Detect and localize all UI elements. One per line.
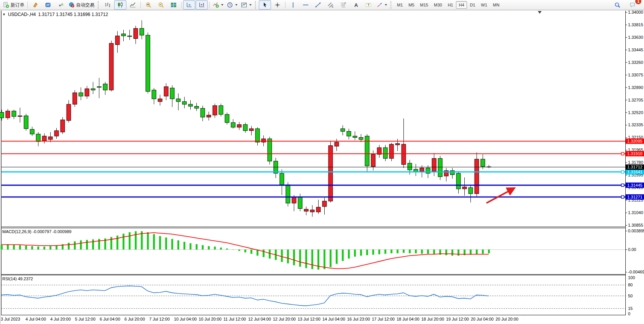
cursor-button[interactable]	[259, 0, 271, 10]
equidistant-channel-button[interactable]: E	[325, 0, 337, 10]
macd-histogram-bar	[372, 249, 374, 255]
candlestick-button[interactable]	[114, 0, 126, 10]
arrow-annotation[interactable]	[486, 189, 513, 203]
svg-text:E: E	[332, 5, 333, 8]
timeframe-m15-button[interactable]: M15	[418, 1, 431, 9]
chart-window[interactable]: 1.340001.338151.336301.334451.332601.330…	[0, 11, 644, 324]
toolbar-separator	[181, 2, 182, 8]
candle-body	[322, 201, 327, 206]
macd-histogram-bar	[287, 249, 289, 264]
macd-histogram-bar	[451, 249, 453, 256]
text-button[interactable]: A	[350, 0, 362, 10]
timeframe-m5-button[interactable]: M5	[406, 1, 417, 9]
macd-histogram-bar	[299, 249, 301, 267]
candle-body	[402, 144, 406, 164]
macd-histogram-bar	[348, 249, 350, 259]
macd-histogram-bar	[415, 249, 417, 253]
market-watch-button[interactable]	[29, 0, 41, 10]
notifications-button[interactable]: 1	[626, 0, 639, 10]
timeframe-m30-button[interactable]: M30	[431, 1, 445, 9]
time-axis-label: 4 Jul 20:00	[50, 317, 71, 321]
macd-histogram-bar	[13, 245, 15, 249]
signals-button[interactable]	[54, 0, 67, 10]
collapse-ohlc-icon[interactable]: ▼	[2, 13, 6, 16]
search-icon	[614, 2, 621, 8]
macd-histogram-bar	[43, 246, 45, 249]
crosshair-button[interactable]	[271, 0, 284, 10]
text-label-icon: T	[365, 2, 372, 8]
price-axis-label: 1.33630	[628, 35, 643, 40]
candle-body	[67, 104, 71, 121]
timeframe-h1-button[interactable]: H1	[445, 1, 456, 9]
auto-scroll-button[interactable]	[183, 0, 195, 10]
auto-trading-button[interactable]: 自动交易	[67, 0, 96, 10]
data-window-icon	[45, 2, 51, 8]
trendline-button[interactable]	[312, 0, 324, 10]
fibonacci-button[interactable]: F	[337, 0, 349, 10]
periods-button[interactable]	[225, 0, 239, 10]
chart-shift-marker[interactable]	[538, 11, 542, 14]
line-handle[interactable]	[622, 152, 624, 155]
timeframe-d1-button[interactable]: D1	[467, 1, 478, 9]
candle-body	[170, 88, 174, 98]
candle-body	[298, 197, 302, 208]
candle-body	[481, 159, 485, 167]
tile-windows-button[interactable]	[167, 0, 180, 10]
line-chart-button[interactable]	[127, 0, 139, 10]
chart-shift-button[interactable]	[196, 0, 208, 10]
trendline-icon	[315, 2, 322, 8]
notification-badge: 1	[635, 0, 641, 4]
zoom-in-icon	[145, 2, 152, 8]
macd-histogram-bar	[190, 243, 191, 249]
candle-body	[286, 185, 290, 203]
timeframe-m1-button[interactable]: M1	[394, 1, 405, 9]
candle-body	[225, 114, 229, 122]
macd-histogram-bar	[92, 240, 94, 249]
svg-text:F: F	[344, 2, 346, 5]
macd-histogram-bar	[391, 249, 392, 253]
text-label-button[interactable]: T	[362, 0, 375, 10]
candle-body	[146, 35, 150, 92]
macd-histogram-bar	[123, 233, 124, 249]
candle-body	[61, 120, 65, 132]
toolbar-separator	[140, 2, 141, 8]
candle-body	[152, 90, 156, 99]
chart-canvas: 1.340001.338151.336301.334451.332601.330…	[0, 11, 644, 324]
bar-chart-button[interactable]	[102, 0, 114, 10]
line-handle[interactable]	[622, 184, 624, 186]
candle-body	[201, 108, 205, 117]
macd-scale-label: 0.00	[628, 247, 636, 252]
zoom-out-button[interactable]	[155, 0, 167, 10]
candle-body	[97, 87, 101, 87]
auto-trading-button-label: 自动交易	[76, 2, 94, 8]
templates-button[interactable]	[239, 0, 253, 10]
candle-body	[341, 129, 345, 131]
horizontal-line-button[interactable]	[300, 0, 312, 10]
toolbar-separator	[285, 2, 285, 8]
macd-histogram-bar	[482, 249, 484, 254]
vertical-line-button[interactable]	[287, 0, 299, 10]
timeframe-h4-button[interactable]: H4	[456, 1, 467, 9]
line-handle[interactable]	[622, 195, 624, 198]
candle-body	[456, 173, 461, 189]
indicators-button[interactable]	[211, 0, 225, 10]
arrows-button[interactable]	[375, 0, 389, 10]
search-button[interactable]	[611, 0, 623, 10]
candle-body	[310, 210, 314, 212]
data-window-button[interactable]	[42, 0, 54, 10]
macd-histogram-bar	[1, 245, 3, 249]
timeframe-mn-button[interactable]: MN	[490, 1, 502, 9]
symbol-period-label: USDCAD-,H4	[8, 12, 36, 17]
new-order-button[interactable]: 新订单	[2, 0, 26, 10]
crosshair-icon	[274, 2, 281, 8]
macd-histogram-bar	[214, 246, 216, 249]
candle-body	[79, 93, 83, 96]
timeframe-w1-button[interactable]: W1	[478, 1, 490, 9]
line-handle[interactable]	[622, 171, 624, 173]
candle-body	[115, 36, 120, 44]
macd-histogram-bar	[354, 249, 356, 257]
macd-histogram-bar	[19, 245, 21, 249]
price-axis-label: 1.32705	[628, 98, 643, 102]
zoom-in-button[interactable]	[142, 0, 155, 10]
arrows-icon	[376, 2, 383, 8]
